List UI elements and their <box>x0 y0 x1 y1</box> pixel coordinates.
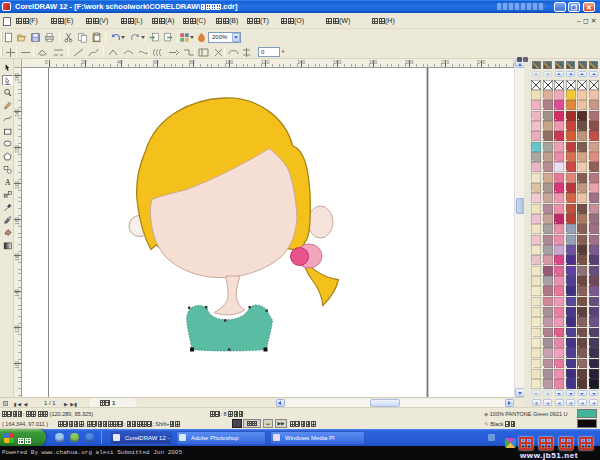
svg-text:A: A <box>4 178 10 187</box>
